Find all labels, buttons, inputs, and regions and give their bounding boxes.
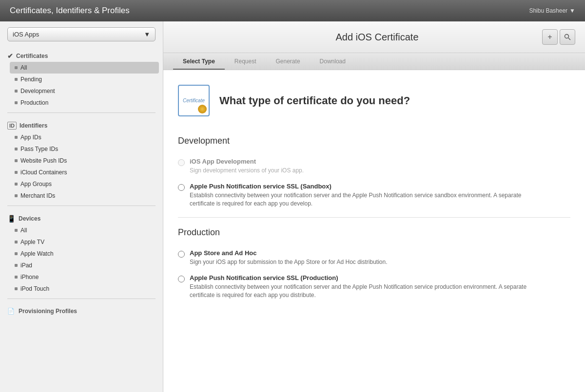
- sidebar-item-development[interactable]: Development: [0, 85, 163, 97]
- certificates-section-label: Certificates: [16, 53, 48, 59]
- sidebar-item-production[interactable]: Production: [0, 97, 163, 109]
- sidebar-item-app-ids[interactable]: App IDs: [0, 131, 163, 143]
- sidebar-item-website-push-ids-label: Website Push IDs: [20, 157, 67, 164]
- radio-ios-app-dev[interactable]: [178, 159, 185, 166]
- devices-section-label: Devices: [19, 215, 40, 222]
- sidebar-item-ipad[interactable]: iPad: [0, 260, 163, 271]
- step-generate[interactable]: Generate: [266, 53, 310, 70]
- development-section-header: Development: [178, 136, 570, 150]
- sidebar-item-merchant-ids-label: Merchant IDs: [20, 192, 55, 199]
- app-store-adhoc-desc: Sign your iOS app for submission to the …: [190, 258, 388, 266]
- sidebar-item-production-label: Production: [20, 99, 48, 106]
- identifiers-icon: ID: [7, 122, 17, 130]
- sidebar-item-pending[interactable]: Pending: [0, 74, 163, 85]
- devices-icon: 📱: [7, 215, 16, 223]
- identifiers-section-label: Identifiers: [20, 122, 47, 129]
- radio-apns-sandbox[interactable]: [178, 184, 185, 191]
- search-button[interactable]: [560, 29, 575, 45]
- radio-apns-production[interactable]: [178, 276, 185, 282]
- divider-1: [7, 112, 156, 113]
- option-apns-production: Apple Push Notification service SSL (Pro…: [178, 274, 570, 299]
- username-label: Shibu Basheer: [529, 7, 567, 14]
- bullet-icon: [15, 159, 18, 162]
- bullet-icon: [15, 287, 18, 290]
- sidebar-item-iphone[interactable]: iPhone: [0, 271, 163, 283]
- step-select-type[interactable]: Select Type: [173, 53, 225, 70]
- content-area: Add iOS Certificate + Select Type Reques…: [163, 21, 585, 392]
- apns-sandbox-desc: Establish connectivity between your noti…: [190, 191, 531, 208]
- certificates-icon: ✔: [7, 52, 13, 60]
- apns-sandbox-title: Apple Push Notification service SSL (San…: [190, 183, 531, 190]
- sidebar-item-pass-type-ids[interactable]: Pass Type IDs: [0, 143, 163, 155]
- section-divider: [178, 217, 570, 218]
- sidebar-item-provisioning-profiles[interactable]: 📄 Provisioning Profiles: [0, 303, 163, 319]
- apns-production-desc: Establish connectivity between your noti…: [190, 283, 531, 299]
- main-layout: iOS Apps ▼ ✔ Certificates All Pending De…: [0, 21, 585, 392]
- sidebar-item-icloud-containers[interactable]: iCloud Containers: [0, 167, 163, 178]
- cert-icon-text: Certificate: [181, 96, 207, 106]
- sidebar-item-apple-watch[interactable]: Apple Watch: [0, 248, 163, 260]
- bullet-icon: [15, 148, 18, 150]
- apns-production-title: Apple Push Notification service SSL (Pro…: [190, 274, 531, 281]
- step-request[interactable]: Request: [225, 53, 266, 70]
- step-download-label: Download: [320, 58, 346, 65]
- sidebar-item-all-devices[interactable]: All: [0, 224, 163, 236]
- header-actions: +: [542, 29, 575, 45]
- app-store-adhoc-title: App Store and Ad Hoc: [190, 249, 388, 257]
- identifiers-section-header: ID Identifiers: [0, 117, 163, 131]
- step-generate-label: Generate: [276, 58, 300, 65]
- sidebar-item-pass-type-ids-label: Pass Type IDs: [20, 146, 58, 152]
- sidebar-item-apple-tv-label: Apple TV: [20, 239, 44, 245]
- cert-intro: Certificate What type of certificate do …: [178, 80, 570, 121]
- ios-app-dev-content: iOS App Development Sign development ver…: [190, 158, 304, 175]
- steps-bar: Select Type Request Generate Download: [163, 53, 585, 70]
- cert-intro-title: What type of certificate do you need?: [219, 94, 410, 107]
- sidebar-item-all-devices-label: All: [20, 227, 27, 234]
- bullet-icon: [15, 276, 18, 279]
- add-button[interactable]: +: [542, 29, 558, 45]
- step-select-type-label: Select Type: [183, 58, 215, 65]
- sidebar-item-apple-tv[interactable]: Apple TV: [0, 236, 163, 248]
- bullet-icon: [15, 136, 18, 139]
- top-header: Certificates, Identifiers & Profiles Shi…: [0, 0, 585, 21]
- radio-app-store-adhoc[interactable]: [178, 251, 185, 258]
- sidebar-item-ipod-touch[interactable]: iPod Touch: [0, 283, 163, 295]
- certificates-section-header: ✔ Certificates: [0, 47, 163, 62]
- bullet-icon: [15, 66, 18, 69]
- bullet-icon: [15, 171, 18, 174]
- devices-section-header: 📱 Devices: [0, 210, 163, 224]
- ios-app-dev-title: iOS App Development: [190, 158, 304, 165]
- bullet-icon: [15, 101, 18, 104]
- apns-production-content: Apple Push Notification service SSL (Pro…: [190, 274, 531, 299]
- step-request-label: Request: [234, 58, 256, 65]
- sidebar-item-app-ids-label: App IDs: [20, 134, 41, 141]
- sidebar-item-iphone-label: iPhone: [20, 274, 39, 280]
- provisioning-icon: 📄: [7, 308, 15, 315]
- sidebar-item-website-push-ids[interactable]: Website Push IDs: [0, 155, 163, 167]
- sidebar-item-all[interactable]: All: [10, 62, 159, 74]
- production-section-header: Production: [178, 227, 570, 242]
- sidebar-item-all-label: All: [20, 64, 27, 71]
- user-menu[interactable]: Shibu Basheer ▼: [529, 7, 575, 14]
- sidebar-item-merchant-ids[interactable]: Merchant IDs: [0, 190, 163, 202]
- sidebar-item-pending-label: Pending: [20, 76, 42, 83]
- bullet-icon: [15, 229, 18, 232]
- app-store-adhoc-content: App Store and Ad Hoc Sign your iOS app f…: [190, 249, 388, 266]
- svg-line-1: [568, 38, 570, 40]
- user-chevron-icon: ▼: [569, 7, 575, 14]
- sidebar-item-ipad-label: iPad: [20, 262, 32, 269]
- option-apns-sandbox: Apple Push Notification service SSL (San…: [178, 183, 570, 208]
- divider-2: [7, 205, 156, 206]
- bullet-icon: [15, 90, 18, 93]
- sidebar-item-apple-watch-label: Apple Watch: [20, 250, 54, 257]
- platform-dropdown[interactable]: iOS Apps ▼: [7, 27, 156, 41]
- step-download[interactable]: Download: [310, 53, 355, 70]
- ios-app-dev-desc: Sign development versions of your iOS ap…: [190, 167, 304, 175]
- svg-point-0: [565, 35, 569, 38]
- sidebar: iOS Apps ▼ ✔ Certificates All Pending De…: [0, 21, 163, 392]
- sidebar-item-app-groups[interactable]: App Groups: [0, 178, 163, 190]
- sidebar-item-icloud-containers-label: iCloud Containers: [20, 169, 67, 176]
- cert-form: Certificate What type of certificate do …: [163, 70, 585, 317]
- divider-3: [7, 299, 156, 299]
- provisioning-label: Provisioning Profiles: [19, 308, 77, 315]
